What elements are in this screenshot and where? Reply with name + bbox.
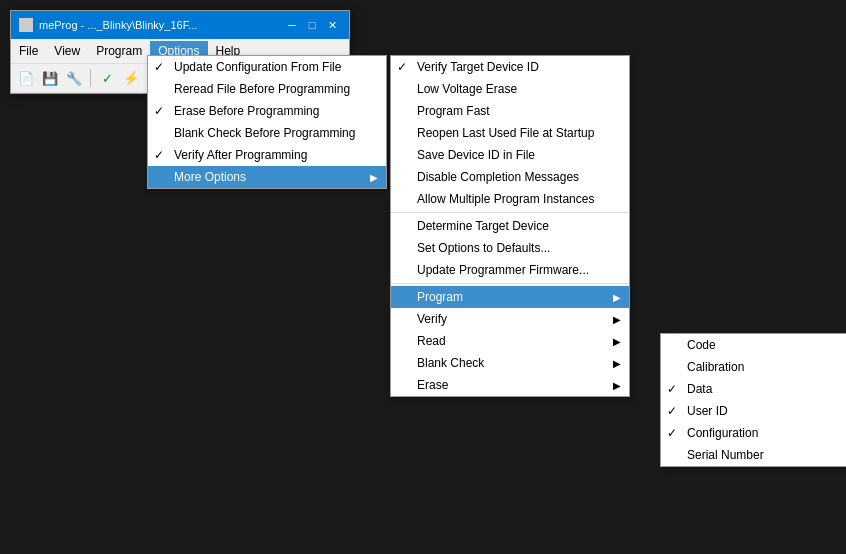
more-options-dropdown: ✓ Verify Target Device ID Low Voltage Er… — [390, 55, 630, 397]
more-read[interactable]: Read ▶ — [391, 330, 629, 352]
menu-view[interactable]: View — [46, 41, 88, 61]
title-bar-left: meProg - ..._Blinky\Blinky_16F... — [19, 18, 197, 32]
program-submenu: Code Calibration ✓ Data ✓ User ID ✓ Conf… — [660, 333, 846, 467]
program-userid[interactable]: ✓ User ID — [661, 400, 846, 422]
program-code[interactable]: Code — [661, 334, 846, 356]
more-verify-device-id[interactable]: ✓ Verify Target Device ID — [391, 56, 629, 78]
toolbar-settings[interactable]: 🔧 — [63, 67, 85, 89]
separator-1 — [391, 212, 629, 213]
toolbar-save[interactable]: 💾 — [39, 67, 61, 89]
window-title: meProg - ..._Blinky\Blinky_16F... — [39, 19, 197, 31]
option-erase-before[interactable]: ✓ Erase Before Programming — [148, 100, 386, 122]
options-dropdown: ✓ Update Configuration From File Reread … — [147, 55, 387, 189]
separator-2 — [391, 283, 629, 284]
program-configuration[interactable]: ✓ Configuration — [661, 422, 846, 444]
check-data: ✓ — [667, 382, 677, 396]
maximize-button[interactable]: □ — [303, 16, 321, 34]
more-program[interactable]: Program ▶ — [391, 286, 629, 308]
app-icon — [19, 18, 33, 32]
more-save-device-id[interactable]: Save Device ID in File — [391, 144, 629, 166]
read-arrow: ▶ — [593, 336, 621, 347]
close-button[interactable]: ✕ — [323, 16, 341, 34]
erase-arrow: ▶ — [593, 380, 621, 391]
program-arrow: ▶ — [593, 292, 621, 303]
more-verify[interactable]: Verify ▶ — [391, 308, 629, 330]
option-more-options[interactable]: More Options ▶ — [148, 166, 386, 188]
more-erase[interactable]: Erase ▶ — [391, 374, 629, 396]
more-reopen-last[interactable]: Reopen Last Used File at Startup — [391, 122, 629, 144]
program-data[interactable]: ✓ Data — [661, 378, 846, 400]
more-set-defaults[interactable]: Set Options to Defaults... — [391, 237, 629, 259]
title-bar-controls: ─ □ ✕ — [283, 16, 341, 34]
check-verify-device-id: ✓ — [397, 60, 407, 74]
title-bar: meProg - ..._Blinky\Blinky_16F... ─ □ ✕ — [11, 11, 349, 39]
more-low-voltage[interactable]: Low Voltage Erase — [391, 78, 629, 100]
program-serial-number[interactable]: Serial Number — [661, 444, 846, 466]
check-userid: ✓ — [667, 404, 677, 418]
check-configuration: ✓ — [667, 426, 677, 440]
check-update-config: ✓ — [154, 60, 164, 74]
toolbar-verify[interactable]: ✓ — [96, 67, 118, 89]
blank-check-arrow: ▶ — [593, 358, 621, 369]
more-disable-completion[interactable]: Disable Completion Messages — [391, 166, 629, 188]
check-verify-after: ✓ — [154, 148, 164, 162]
toolbar-program[interactable]: ⚡ — [120, 67, 142, 89]
option-blank-check[interactable]: Blank Check Before Programming — [148, 122, 386, 144]
toolbar-separator-1 — [90, 69, 91, 87]
program-calibration[interactable]: Calibration — [661, 356, 846, 378]
option-verify-after[interactable]: ✓ Verify After Programming — [148, 144, 386, 166]
option-update-config[interactable]: ✓ Update Configuration From File — [148, 56, 386, 78]
more-allow-multiple[interactable]: Allow Multiple Program Instances — [391, 188, 629, 210]
verify-arrow: ▶ — [593, 314, 621, 325]
more-blank-check[interactable]: Blank Check ▶ — [391, 352, 629, 374]
more-program-fast[interactable]: Program Fast — [391, 100, 629, 122]
more-update-firmware[interactable]: Update Programmer Firmware... — [391, 259, 629, 281]
option-reread-file[interactable]: Reread File Before Programming — [148, 78, 386, 100]
menu-program[interactable]: Program — [88, 41, 150, 61]
toolbar-new[interactable]: 📄 — [15, 67, 37, 89]
more-determine-target[interactable]: Determine Target Device — [391, 215, 629, 237]
minimize-button[interactable]: ─ — [283, 16, 301, 34]
menu-file[interactable]: File — [11, 41, 46, 61]
more-options-arrow: ▶ — [350, 172, 378, 183]
check-erase-before: ✓ — [154, 104, 164, 118]
